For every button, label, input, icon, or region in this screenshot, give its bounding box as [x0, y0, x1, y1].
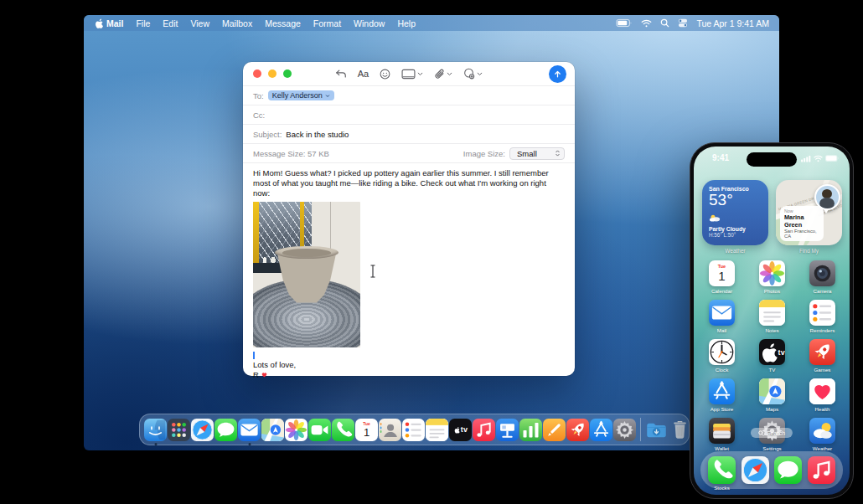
menu-mail[interactable]: Mail: [106, 18, 123, 28]
iphone-app-games[interactable]: Games: [805, 339, 840, 378]
send-button[interactable]: [549, 65, 566, 83]
iphone-app-notes[interactable]: Notes: [755, 300, 789, 339]
dock-launchpad-icon[interactable]: [168, 419, 190, 441]
dock-mail-icon[interactable]: [238, 419, 261, 441]
mac-desktop: MailFileEditViewMailboxMessageFormatWind…: [84, 15, 779, 450]
dock-phone-icon[interactable]: [332, 419, 354, 441]
iphone-app-reminders[interactable]: Reminders: [805, 300, 840, 339]
undo-icon[interactable]: [335, 69, 347, 79]
camera-app-icon[interactable]: [809, 260, 835, 286]
app-label: Health: [815, 406, 830, 412]
dock-settings-icon[interactable]: [613, 419, 636, 441]
iphone-dock-music-icon[interactable]: [808, 456, 835, 484]
zoom-button[interactable]: [283, 69, 292, 78]
appstore-app-icon[interactable]: [709, 378, 735, 404]
menu-edit[interactable]: Edit: [163, 18, 178, 28]
iphone-dock-messages-icon[interactable]: [774, 456, 802, 484]
iphone-app-clock[interactable]: Clock: [705, 339, 739, 378]
menu-bar-clock[interactable]: Tue Apr 1 9:41 AM: [696, 18, 769, 28]
dock-games-icon[interactable]: [566, 419, 589, 441]
battery-icon: [825, 155, 840, 162]
calendar-app-icon[interactable]: Tue1: [709, 260, 735, 286]
findmy-widget[interactable]: MARINA GREEN DR MARINA BLVD Now Marina G…: [776, 180, 842, 245]
dock-tv-icon[interactable]: tv: [449, 419, 472, 441]
dock-music-icon[interactable]: [473, 419, 495, 441]
menu-format[interactable]: Format: [313, 18, 341, 28]
dock-numbers-icon[interactable]: [519, 419, 542, 441]
mac-dock: Tue1tv: [139, 414, 690, 445]
iphone-clock: 9:41: [712, 153, 729, 162]
search-icon[interactable]: [660, 18, 669, 28]
apple-menu-icon[interactable]: [94, 18, 103, 28]
tv-app-icon[interactable]: tv: [759, 339, 785, 365]
chevron-down-icon: [325, 94, 330, 98]
dock-maps-icon[interactable]: [261, 419, 284, 441]
dock-safari-icon[interactable]: [191, 419, 214, 441]
subject-field[interactable]: Subject: Back in the studio: [243, 124, 575, 143]
dock-messages-icon[interactable]: [214, 419, 237, 441]
menu-help[interactable]: Help: [397, 18, 416, 28]
dock-appstore-icon[interactable]: [590, 419, 612, 441]
iphone-app-mail[interactable]: Mail: [705, 300, 739, 339]
dock-photos-icon[interactable]: [285, 419, 307, 441]
dock-pages-icon[interactable]: [543, 419, 566, 441]
iphone-dock-phone-icon[interactable]: [708, 456, 736, 484]
menu-mailbox[interactable]: Mailbox: [222, 18, 252, 28]
signature-line: R: [253, 370, 565, 380]
iphone-app-tv[interactable]: tvTV: [755, 339, 789, 378]
wallet-app-icon[interactable]: [709, 418, 735, 444]
control-center-icon[interactable]: [678, 18, 688, 28]
notes-app-icon[interactable]: [759, 300, 785, 326]
menu-view[interactable]: View: [190, 18, 209, 28]
mail-app-icon[interactable]: [709, 300, 735, 326]
minimize-button[interactable]: [268, 69, 276, 78]
iphone-app-camera[interactable]: Camera: [805, 260, 840, 300]
menu-file[interactable]: File: [136, 18, 150, 28]
closing-line: Lots of love,: [253, 360, 565, 370]
to-field[interactable]: To: Kelly Anderson: [243, 85, 575, 105]
search-pill[interactable]: Search: [751, 428, 793, 438]
photos-app-icon[interactable]: [759, 260, 785, 286]
dock-keynote-icon[interactable]: [496, 419, 519, 441]
battery-icon[interactable]: [616, 18, 633, 28]
dock-downloads-icon[interactable]: [645, 419, 668, 441]
wifi-icon[interactable]: [641, 19, 652, 28]
pottery-photo-attachment[interactable]: [253, 202, 360, 347]
dock-finder-icon[interactable]: [144, 419, 167, 441]
menu-message[interactable]: Message: [265, 18, 301, 28]
iphone-app-maps[interactable]: Maps: [755, 378, 789, 418]
close-button[interactable]: [253, 69, 261, 78]
dock-facetime-icon[interactable]: [308, 419, 331, 441]
dock-trash-icon[interactable]: [669, 419, 691, 441]
dock-contacts-icon[interactable]: [379, 419, 401, 441]
iphone-app-health[interactable]: Health: [805, 378, 840, 418]
games-app-icon[interactable]: [809, 339, 835, 365]
maps-app-icon[interactable]: [759, 378, 785, 404]
photo-browser-icon[interactable]: [401, 69, 423, 80]
weather-app-icon[interactable]: [809, 418, 835, 444]
mail-titlebar: Aa: [243, 62, 575, 85]
insert-options-icon[interactable]: [463, 68, 483, 80]
format-icon[interactable]: Aa: [358, 69, 369, 79]
dock-notes-icon[interactable]: [426, 419, 448, 441]
iphone-app-calendar[interactable]: Tue1Calendar: [705, 260, 739, 300]
reminders-app-icon[interactable]: [809, 300, 835, 326]
attach-icon[interactable]: [434, 69, 452, 80]
iphone-app-photos[interactable]: Photos: [755, 260, 789, 300]
menu-window[interactable]: Window: [354, 18, 385, 28]
weather-widget[interactable]: San Francisco 53° Partly Cloudy H:56° L:…: [702, 180, 768, 245]
avatar-pin-pointer: [824, 209, 829, 213]
clock-app-icon[interactable]: [709, 339, 735, 365]
message-body[interactable]: Hi Mom! Guess what? I picked up pottery …: [243, 162, 575, 379]
cc-field[interactable]: Cc:: [243, 105, 575, 124]
health-app-icon[interactable]: [809, 378, 835, 404]
emoji-icon[interactable]: [380, 69, 390, 80]
image-size-select[interactable]: Small: [509, 147, 565, 160]
mail-compose-window: Aa: [243, 62, 575, 376]
dock-reminders-icon[interactable]: [402, 419, 425, 441]
recipient-token[interactable]: Kelly Anderson: [268, 90, 334, 100]
dock-calendar-icon[interactable]: Tue1: [355, 419, 378, 441]
running-indicator: [248, 443, 251, 445]
iphone-app-appstore[interactable]: App Store: [705, 378, 739, 418]
iphone-dock-safari-icon[interactable]: [742, 456, 769, 484]
